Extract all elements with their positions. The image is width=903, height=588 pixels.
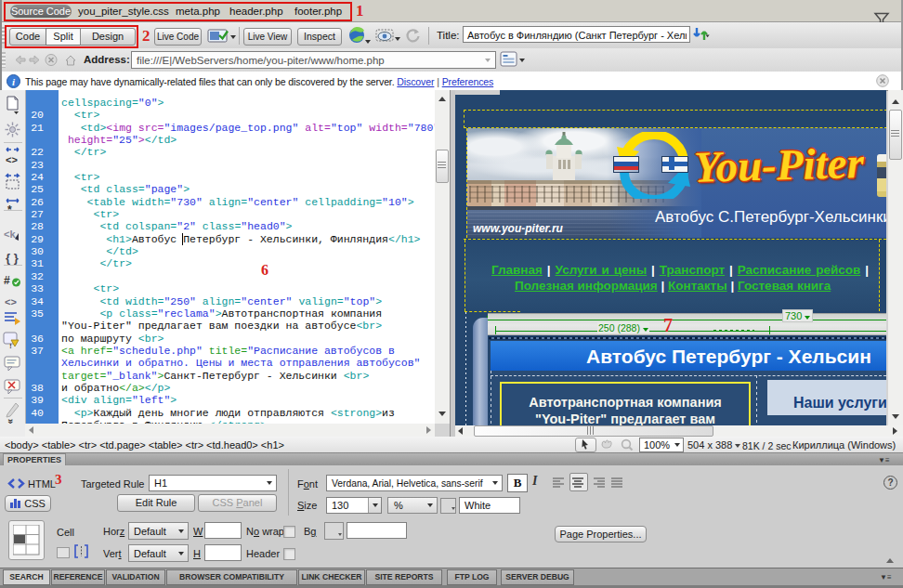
svg-text:{ }: { }	[6, 251, 19, 265]
svg-text:<>: <>	[5, 296, 17, 307]
svg-text:#: #	[4, 274, 10, 287]
svg-text:<k: <k	[4, 229, 16, 240]
svg-text:<>: <>	[6, 154, 18, 165]
svg-text:!: !	[9, 343, 11, 349]
